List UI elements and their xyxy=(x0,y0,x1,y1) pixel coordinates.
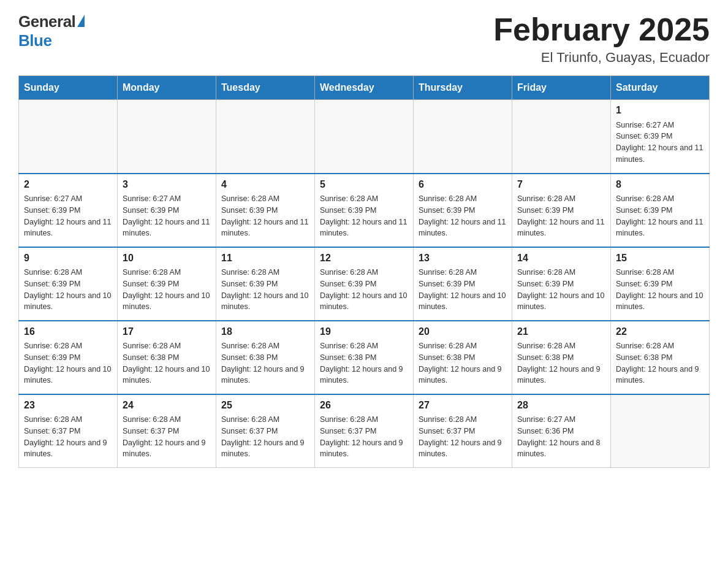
calendar-week-5: 23Sunrise: 6:28 AM Sunset: 6:37 PM Dayli… xyxy=(19,394,710,468)
day-number: 13 xyxy=(419,251,507,265)
day-info: Sunrise: 6:27 AM Sunset: 6:39 PM Dayligh… xyxy=(616,120,704,166)
day-info: Sunrise: 6:28 AM Sunset: 6:39 PM Dayligh… xyxy=(24,340,112,386)
day-info: Sunrise: 6:28 AM Sunset: 6:39 PM Dayligh… xyxy=(24,267,112,313)
day-number: 3 xyxy=(123,178,211,191)
calendar-cell: 28Sunrise: 6:27 AM Sunset: 6:36 PM Dayli… xyxy=(512,394,611,468)
calendar-week-4: 16Sunrise: 6:28 AM Sunset: 6:39 PM Dayli… xyxy=(19,321,710,394)
day-info: Sunrise: 6:28 AM Sunset: 6:39 PM Dayligh… xyxy=(517,193,605,239)
day-info: Sunrise: 6:28 AM Sunset: 6:38 PM Dayligh… xyxy=(616,340,704,386)
calendar-cell: 26Sunrise: 6:28 AM Sunset: 6:37 PM Dayli… xyxy=(315,394,414,468)
calendar-cell: 7Sunrise: 6:28 AM Sunset: 6:39 PM Daylig… xyxy=(512,174,611,247)
day-info: Sunrise: 6:28 AM Sunset: 6:38 PM Dayligh… xyxy=(123,340,211,386)
day-number: 7 xyxy=(517,178,605,191)
calendar-cell: 19Sunrise: 6:28 AM Sunset: 6:38 PM Dayli… xyxy=(315,321,414,394)
location-subtitle: El Triunfo, Guayas, Ecuador xyxy=(493,50,710,66)
logo-triangle-icon xyxy=(77,15,85,27)
logo-blue-text: Blue xyxy=(18,31,51,50)
page-header: General Blue February 2025 El Triunfo, G… xyxy=(18,12,710,66)
day-info: Sunrise: 6:28 AM Sunset: 6:39 PM Dayligh… xyxy=(320,267,408,313)
day-info: Sunrise: 6:28 AM Sunset: 6:37 PM Dayligh… xyxy=(419,414,507,460)
calendar-cell xyxy=(118,100,216,174)
weekday-header-monday: Monday xyxy=(118,76,216,100)
calendar-cell: 14Sunrise: 6:28 AM Sunset: 6:39 PM Dayli… xyxy=(512,247,611,321)
day-info: Sunrise: 6:28 AM Sunset: 6:39 PM Dayligh… xyxy=(419,193,507,239)
day-number: 12 xyxy=(320,251,408,265)
calendar-table: SundayMondayTuesdayWednesdayThursdayFrid… xyxy=(18,75,710,468)
day-info: Sunrise: 6:28 AM Sunset: 6:39 PM Dayligh… xyxy=(517,267,605,313)
day-info: Sunrise: 6:28 AM Sunset: 6:37 PM Dayligh… xyxy=(320,414,408,460)
weekday-header-tuesday: Tuesday xyxy=(216,76,315,100)
logo: General Blue xyxy=(18,12,85,50)
day-number: 24 xyxy=(123,399,211,412)
day-number: 28 xyxy=(517,399,605,412)
calendar-cell: 8Sunrise: 6:28 AM Sunset: 6:39 PM Daylig… xyxy=(611,174,710,247)
day-info: Sunrise: 6:28 AM Sunset: 6:39 PM Dayligh… xyxy=(320,193,408,239)
calendar-cell: 1Sunrise: 6:27 AM Sunset: 6:39 PM Daylig… xyxy=(611,100,710,174)
calendar-cell: 9Sunrise: 6:28 AM Sunset: 6:39 PM Daylig… xyxy=(19,247,118,321)
day-info: Sunrise: 6:27 AM Sunset: 6:39 PM Dayligh… xyxy=(123,193,211,239)
day-number: 8 xyxy=(616,178,704,191)
calendar-cell: 15Sunrise: 6:28 AM Sunset: 6:39 PM Dayli… xyxy=(611,247,710,321)
day-number: 17 xyxy=(123,325,211,339)
day-number: 19 xyxy=(320,325,408,339)
day-number: 9 xyxy=(24,251,112,265)
calendar-cell xyxy=(315,100,414,174)
day-number: 1 xyxy=(616,104,704,117)
day-info: Sunrise: 6:28 AM Sunset: 6:39 PM Dayligh… xyxy=(616,267,704,313)
calendar-cell: 5Sunrise: 6:28 AM Sunset: 6:39 PM Daylig… xyxy=(315,174,414,247)
month-title: February 2025 xyxy=(493,12,710,47)
day-number: 2 xyxy=(24,178,112,191)
calendar-cell: 23Sunrise: 6:28 AM Sunset: 6:37 PM Dayli… xyxy=(19,394,118,468)
calendar-cell: 16Sunrise: 6:28 AM Sunset: 6:39 PM Dayli… xyxy=(19,321,118,394)
day-info: Sunrise: 6:28 AM Sunset: 6:39 PM Dayligh… xyxy=(123,267,211,313)
calendar-cell: 11Sunrise: 6:28 AM Sunset: 6:39 PM Dayli… xyxy=(216,247,315,321)
day-number: 4 xyxy=(221,178,309,191)
day-number: 15 xyxy=(616,251,704,265)
calendar-cell: 2Sunrise: 6:27 AM Sunset: 6:39 PM Daylig… xyxy=(19,174,118,247)
weekday-header-thursday: Thursday xyxy=(414,76,512,100)
day-number: 26 xyxy=(320,399,408,412)
day-info: Sunrise: 6:28 AM Sunset: 6:39 PM Dayligh… xyxy=(616,193,704,239)
calendar-cell: 4Sunrise: 6:28 AM Sunset: 6:39 PM Daylig… xyxy=(216,174,315,247)
calendar-cell xyxy=(216,100,315,174)
day-number: 20 xyxy=(419,325,507,339)
day-info: Sunrise: 6:28 AM Sunset: 6:39 PM Dayligh… xyxy=(221,193,309,239)
weekday-header-wednesday: Wednesday xyxy=(315,76,414,100)
logo-general-text: General xyxy=(18,12,75,31)
day-info: Sunrise: 6:28 AM Sunset: 6:39 PM Dayligh… xyxy=(419,267,507,313)
day-number: 27 xyxy=(419,399,507,412)
day-info: Sunrise: 6:27 AM Sunset: 6:39 PM Dayligh… xyxy=(24,193,112,239)
calendar-cell xyxy=(414,100,512,174)
calendar-cell xyxy=(19,100,118,174)
day-number: 14 xyxy=(517,251,605,265)
day-info: Sunrise: 6:28 AM Sunset: 6:38 PM Dayligh… xyxy=(320,340,408,386)
day-info: Sunrise: 6:27 AM Sunset: 6:36 PM Dayligh… xyxy=(517,414,605,460)
calendar-cell xyxy=(611,394,710,468)
calendar-week-2: 2Sunrise: 6:27 AM Sunset: 6:39 PM Daylig… xyxy=(19,174,710,247)
day-info: Sunrise: 6:28 AM Sunset: 6:38 PM Dayligh… xyxy=(419,340,507,386)
calendar-cell: 20Sunrise: 6:28 AM Sunset: 6:38 PM Dayli… xyxy=(414,321,512,394)
day-number: 22 xyxy=(616,325,704,339)
calendar-week-1: 1Sunrise: 6:27 AM Sunset: 6:39 PM Daylig… xyxy=(19,100,710,174)
day-number: 25 xyxy=(221,399,309,412)
day-info: Sunrise: 6:28 AM Sunset: 6:38 PM Dayligh… xyxy=(517,340,605,386)
calendar-cell xyxy=(512,100,611,174)
day-info: Sunrise: 6:28 AM Sunset: 6:37 PM Dayligh… xyxy=(123,414,211,460)
day-number: 10 xyxy=(123,251,211,265)
weekday-header-sunday: Sunday xyxy=(19,76,118,100)
weekday-header-row: SundayMondayTuesdayWednesdayThursdayFrid… xyxy=(19,76,710,100)
calendar-cell: 10Sunrise: 6:28 AM Sunset: 6:39 PM Dayli… xyxy=(118,247,216,321)
day-info: Sunrise: 6:28 AM Sunset: 6:39 PM Dayligh… xyxy=(221,267,309,313)
weekday-header-saturday: Saturday xyxy=(611,76,710,100)
day-number: 11 xyxy=(221,251,309,265)
day-number: 16 xyxy=(24,325,112,339)
day-number: 18 xyxy=(221,325,309,339)
day-number: 23 xyxy=(24,399,112,412)
calendar-week-3: 9Sunrise: 6:28 AM Sunset: 6:39 PM Daylig… xyxy=(19,247,710,321)
day-number: 5 xyxy=(320,178,408,191)
calendar-cell: 25Sunrise: 6:28 AM Sunset: 6:37 PM Dayli… xyxy=(216,394,315,468)
day-number: 21 xyxy=(517,325,605,339)
calendar-cell: 21Sunrise: 6:28 AM Sunset: 6:38 PM Dayli… xyxy=(512,321,611,394)
calendar-cell: 6Sunrise: 6:28 AM Sunset: 6:39 PM Daylig… xyxy=(414,174,512,247)
calendar-cell: 3Sunrise: 6:27 AM Sunset: 6:39 PM Daylig… xyxy=(118,174,216,247)
